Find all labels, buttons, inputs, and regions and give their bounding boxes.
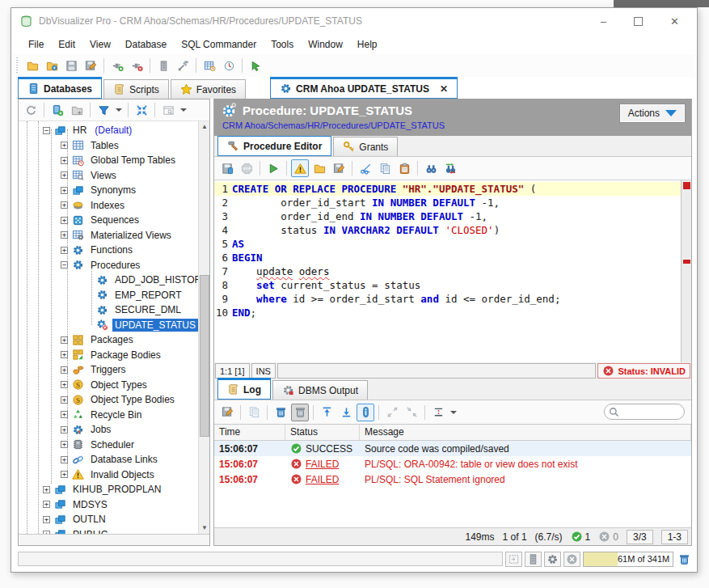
toolbar-grip[interactable] [15, 57, 19, 74]
error-stripe[interactable] [681, 180, 691, 362]
tab-procedure-editor[interactable]: Procedure Editor [217, 134, 331, 156]
menu-tools[interactable]: Tools [264, 36, 301, 53]
floppy-button[interactable] [62, 57, 80, 74]
range-indicator[interactable]: 1-3 [661, 530, 688, 544]
expand-icon[interactable]: + [61, 171, 68, 179]
expand-icon[interactable]: + [61, 187, 68, 194]
expand-icon[interactable]: + [61, 396, 68, 404]
db-plus-button[interactable] [49, 101, 66, 119]
connections-button[interactable] [525, 552, 542, 567]
settings-button[interactable] [544, 552, 561, 567]
tree-row[interactable]: +Jobs [19, 422, 198, 438]
tree-item-views[interactable]: Views [88, 169, 119, 182]
tree-item-indexes[interactable]: Indexes [88, 199, 127, 212]
tree-row[interactable]: +OUTLN [19, 512, 198, 527]
binoculars-button[interactable] [422, 159, 440, 177]
folder-open-button[interactable] [23, 57, 41, 74]
expand-icon[interactable]: + [43, 501, 50, 508]
collapse-icon[interactable]: − [61, 261, 68, 269]
folder-gear-button[interactable] [43, 57, 61, 74]
tab-grants[interactable]: Grants [333, 137, 398, 156]
chevron-down-icon[interactable] [180, 108, 187, 112]
trash-gray-button[interactable] [291, 404, 309, 421]
expand-icon[interactable]: + [61, 366, 68, 374]
tree-row[interactable]: +Functions [19, 243, 198, 258]
chevron-down-icon[interactable] [116, 108, 122, 112]
expand-icon[interactable]: + [61, 456, 68, 463]
tree-item-materialized-views[interactable]: Materialized Views [88, 229, 174, 242]
scroll-up-icon[interactable]: ▲ [199, 121, 209, 133]
plug-x-button[interactable] [128, 57, 146, 74]
error-marker[interactable] [683, 260, 690, 264]
copy-button[interactable] [245, 404, 263, 421]
tree-row[interactable]: +Database Links [19, 452, 198, 467]
log-row[interactable]: 15:06:07FAILEDPL/SQL: ORA-00942: table o… [214, 456, 691, 472]
tree-item-update-status[interactable]: UPDATE_STATUS [112, 319, 198, 332]
filter-button[interactable] [95, 101, 112, 119]
tree-row[interactable]: +Triggers [19, 362, 198, 378]
expand-icon[interactable]: + [61, 231, 68, 239]
tab-favorites[interactable]: Favorites [171, 79, 246, 99]
tab-log[interactable]: Log [217, 378, 271, 400]
menu-view[interactable]: View [82, 36, 118, 53]
tree-item-add-job-history[interactable]: ADD_JOB_HISTORY [112, 273, 209, 286]
expand-icon[interactable]: + [61, 336, 68, 344]
tree-item-sequences[interactable]: Sequences [88, 214, 141, 226]
tree-row[interactable]: −Procedures [19, 258, 198, 273]
tree-item-emp-report[interactable]: EMP_REPORT [112, 289, 184, 302]
tree-item-triggers[interactable]: Triggers [88, 363, 129, 376]
column-header-status[interactable]: Status [285, 425, 360, 440]
tree-row[interactable]: +PUBLIC [19, 527, 198, 535]
log-search[interactable] [604, 404, 685, 420]
tree-row[interactable]: +Views [19, 168, 198, 184]
spacing-button[interactable] [429, 404, 447, 421]
minimize-button[interactable]: – [601, 16, 606, 27]
expand-icon[interactable]: + [43, 531, 50, 534]
tree-row[interactable]: SECURE_DML [19, 302, 198, 318]
tree-row[interactable]: ADD_JOB_HISTORY [19, 273, 198, 288]
sql-editor[interactable]: 1CREATE OR REPLACE PROCEDURE "HR"."UPDAT… [214, 180, 691, 362]
tree-item-object-types[interactable]: Object Types [88, 379, 150, 391]
table-clock-button[interactable] [200, 57, 218, 74]
actions-button[interactable]: Actions [620, 104, 685, 122]
to-bottom-button[interactable] [337, 404, 355, 421]
menu-help[interactable]: Help [350, 36, 385, 53]
expand-icon[interactable]: + [61, 441, 68, 448]
collapse-diag-button[interactable] [403, 404, 420, 421]
expand-icon[interactable]: + [61, 142, 68, 149]
tree-item-global-temp-tables[interactable]: Global Temp Tables [88, 154, 178, 167]
folder-plus-button[interactable] [68, 101, 86, 119]
tree-item-invalid-objects[interactable]: Invalid Objects [88, 468, 157, 481]
server-button[interactable] [154, 57, 172, 74]
menu-database[interactable]: Database [118, 36, 174, 53]
pane-search-button[interactable] [159, 101, 177, 119]
log-row[interactable]: 15:06:07SUCCESSSource code was compiled/… [214, 441, 691, 456]
close-button[interactable]: ✕ [670, 16, 679, 27]
tree-item-procedures[interactable]: Procedures [88, 259, 142, 272]
expand-icon[interactable]: + [43, 516, 50, 523]
log-search-input[interactable] [622, 407, 679, 417]
play-button[interactable] [264, 159, 282, 177]
floppy-pen-button[interactable] [330, 159, 348, 177]
tree-item-package-bodies[interactable]: Package Bodies [88, 349, 163, 362]
tree-item-public[interactable]: PUBLIC [70, 528, 110, 534]
code-line[interactable]: 6BEGIN [214, 251, 681, 264]
code-line[interactable]: 4 status IN VARCHAR2 DEFAULT 'CLOSED') [214, 223, 681, 237]
code-line[interactable]: 10END; [214, 306, 681, 319]
tree-row[interactable]: +Sequences [19, 213, 198, 228]
tree-row[interactable]: +Global Temp Tables [19, 153, 198, 168]
garbage-collect-icon[interactable] [678, 553, 690, 565]
expand-icon[interactable]: + [61, 426, 68, 434]
tree-item-mdsys[interactable]: MDSYS [70, 498, 110, 511]
code-line[interactable]: 3 order_id_end IN NUMBER DEFAULT -1, [214, 209, 681, 223]
trash-blue-button[interactable] [272, 404, 289, 421]
menu-file[interactable]: File [21, 36, 51, 53]
tree-scrollbar[interactable]: ▲ ▼ [198, 121, 209, 534]
floppy-pen-button[interactable] [82, 57, 99, 74]
scissors-button[interactable] [357, 159, 374, 177]
tree-item-secure-dml[interactable]: SECURE_DML [112, 303, 184, 316]
tree-row[interactable]: +Scheduler [19, 438, 198, 453]
warn-button[interactable] [291, 159, 309, 177]
expand-diag-button[interactable] [383, 404, 401, 421]
tree-row[interactable]: +Invalid Objects [19, 467, 198, 483]
